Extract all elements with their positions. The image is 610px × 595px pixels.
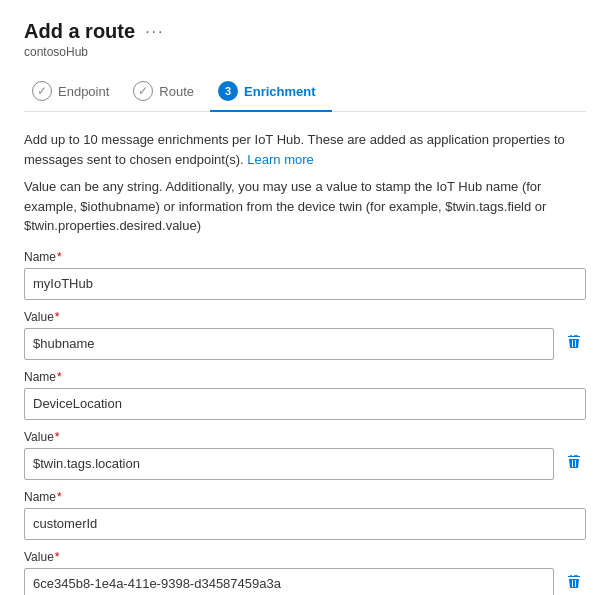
step-route[interactable]: ✓ Route: [125, 73, 210, 111]
description-line2: Value can be any string. Additionally, y…: [24, 177, 586, 236]
name-input-2[interactable]: [24, 508, 586, 540]
description-line1: Add up to 10 message enrichments per IoT…: [24, 130, 586, 169]
value-group-1: Value*: [24, 430, 554, 480]
steps-nav: ✓ Endpoint ✓ Route 3 Enrichment: [24, 73, 586, 112]
name-input-1[interactable]: [24, 388, 586, 420]
enrichment-row-0: Name* Value*: [24, 250, 586, 360]
step-check-endpoint: ✓: [32, 81, 52, 101]
page-title: Add a route: [24, 20, 135, 43]
value-label-0: Value*: [24, 310, 554, 324]
trash-icon-0: [566, 334, 582, 354]
enrichment-row-2: Name* Value*: [24, 490, 586, 596]
value-input-2[interactable]: [24, 568, 554, 596]
delete-button-2[interactable]: [562, 570, 586, 596]
step-endpoint[interactable]: ✓ Endpoint: [24, 73, 125, 111]
step-check-route: ✓: [133, 81, 153, 101]
step-label-route: Route: [159, 84, 194, 99]
enrichment-row-1: Name* Value*: [24, 370, 586, 480]
value-label-1: Value*: [24, 430, 554, 444]
step-label-enrichment: Enrichment: [244, 84, 316, 99]
value-input-1[interactable]: [24, 448, 554, 480]
name-label-0: Name*: [24, 250, 586, 264]
name-input-0[interactable]: [24, 268, 586, 300]
name-label-1: Name*: [24, 370, 586, 384]
subtitle: contosoHub: [24, 45, 586, 59]
value-label-2: Value*: [24, 550, 554, 564]
delete-button-1[interactable]: [562, 450, 586, 478]
description-block: Add up to 10 message enrichments per IoT…: [24, 130, 586, 236]
name-label-2: Name*: [24, 490, 586, 504]
learn-more-link[interactable]: Learn more: [247, 152, 313, 167]
value-row-0: Value*: [24, 310, 586, 360]
trash-icon-2: [566, 574, 582, 594]
name-group-2: Name*: [24, 490, 586, 540]
step-number-enrichment: 3: [218, 81, 238, 101]
value-group-2: Value*: [24, 550, 554, 596]
value-row-2: Value*: [24, 550, 586, 596]
trash-icon-1: [566, 454, 582, 474]
value-group-0: Value*: [24, 310, 554, 360]
name-group-1: Name*: [24, 370, 586, 420]
step-enrichment[interactable]: 3 Enrichment: [210, 73, 332, 111]
step-label-endpoint: Endpoint: [58, 84, 109, 99]
name-group-0: Name*: [24, 250, 586, 300]
value-row-1: Value*: [24, 430, 586, 480]
delete-button-0[interactable]: [562, 330, 586, 358]
enrichments-container: Name* Value* Name*: [24, 250, 586, 596]
ellipsis-menu-icon[interactable]: ···: [145, 23, 164, 41]
value-input-0[interactable]: [24, 328, 554, 360]
